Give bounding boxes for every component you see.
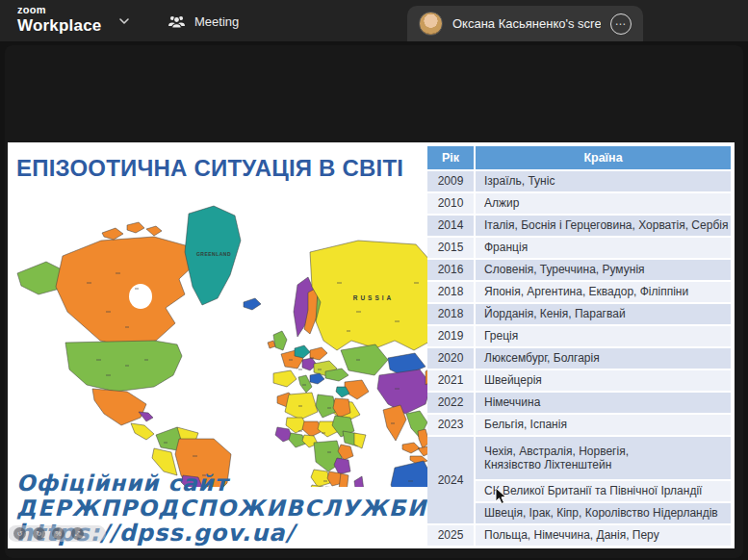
annotation-toolbar-overlay: ↺ ↻ % ⤢	[8, 525, 106, 542]
presentation-slide: ЕПІЗООТИЧНА СИТУАЦІЯ В СВІТІ GREENLAND	[8, 142, 735, 548]
year-cell: 2010	[427, 193, 474, 216]
mouse-cursor	[495, 487, 507, 505]
years-table: Рік Країна 2009Ізраїль, Туніс2010Алжир20…	[427, 146, 731, 547]
country-cell: Ізраїль, Туніс	[474, 171, 731, 193]
year-cell: 2025	[427, 525, 474, 547]
table-row: 2019Греція	[427, 326, 731, 348]
participant-avatar	[419, 12, 443, 36]
participants-icon	[168, 13, 186, 30]
map-label-greenland: GREENLAND	[196, 251, 231, 257]
table-body: 2009Ізраїль, Туніс2010Алжир2014Італія, Б…	[427, 171, 731, 547]
table-row: 2010Алжир	[427, 193, 731, 216]
year-cell: 2024	[427, 437, 474, 525]
country-cell: Словенія, Туреччина, Румунія	[474, 260, 731, 282]
overlay-redo-icon[interactable]: ↻	[33, 527, 45, 540]
year-cell: 2018	[427, 282, 474, 304]
table-row: 2015Франція	[427, 238, 731, 260]
more-options-icon[interactable]: …	[610, 13, 632, 35]
country-cell: Італія, Боснія і Герцеговина, Хорватія, …	[474, 216, 731, 238]
year-cell: 2019	[427, 326, 474, 348]
table-row: 2020Люксембург, Болгарія	[427, 348, 731, 370]
country-cell: Німеччина	[474, 393, 731, 415]
country-cell: Польща, Німеччина, Данія, Перу	[474, 525, 731, 547]
table-row: СК Великої Британії та Північної Ірланді…	[427, 481, 731, 503]
slide-title: ЕПІЗООТИЧНА СИТУАЦІЯ В СВІТІ	[16, 155, 430, 182]
shared-screen-tab-label: Оксана Касьяненко's screen	[452, 16, 601, 31]
country-cell: Швеція, Ірак, Кіпр, Королівство Нідерлан…	[474, 503, 731, 525]
table-row: 2021Швейцерія	[427, 370, 731, 393]
table-row: Швеція, Ірак, Кіпр, Королівство Нідерлан…	[427, 503, 731, 525]
table-row: 2014Італія, Боснія і Герцеговина, Хорват…	[427, 216, 731, 238]
year-cell: 2022	[427, 393, 474, 415]
country-cell: Греція	[474, 326, 731, 348]
country-cell: Алжир	[474, 193, 731, 216]
tab-shared-screen[interactable]: Оксана Касьяненко's screen …	[407, 6, 643, 41]
table-row: 2018Японія, Аргентина, Еквадор, Філіппін…	[427, 282, 731, 304]
overlay-zoom-icon[interactable]: %	[52, 527, 64, 540]
table-row: 2023Бельгія, Іспанія	[427, 415, 731, 437]
year-cell: 2023	[427, 415, 474, 437]
zoom-title-bar: zoom Workplace Meeting Оксана Касьяненко…	[0, 0, 748, 41]
chevron-down-icon[interactable]	[117, 15, 131, 27]
tab-meeting[interactable]: Meeting	[162, 8, 245, 35]
footer-line-2: ДЕРЖПРОДСПОЖИВСЛУЖБИ	[16, 496, 427, 521]
country-cell: Йорданія, Кенія, Парагвай	[474, 304, 731, 326]
country-cell: СК Великої Британії та Північної Ірланді…	[474, 481, 731, 503]
country-cell: Швейцерія	[474, 370, 731, 393]
country-cell: Японія, Аргентина, Еквадор, Філіппіни	[474, 282, 731, 304]
header-country: Країна	[474, 146, 731, 171]
country-cell: Франція	[474, 238, 731, 260]
table-row: 2025Польща, Німеччина, Данія, Перу	[427, 525, 731, 547]
year-cell: 2015	[427, 238, 474, 260]
header-year: Рік	[427, 146, 474, 171]
table-row: 2024Чехія, Австралія, Норвегія, Князівст…	[427, 437, 731, 481]
map-label-russia: RUSSIA	[353, 294, 395, 301]
workplace-logo-text: Workplace	[17, 17, 101, 34]
table-header-row: Рік Країна	[427, 146, 731, 171]
country-cell: Бельгія, Іспанія	[474, 415, 731, 437]
table-row: 2009Ізраїль, Туніс	[427, 171, 731, 193]
zoom-logo-text: zoom	[17, 5, 101, 15]
table-row: 2022Німеччина	[427, 393, 731, 415]
footer-line-1: Офіційний сайт	[16, 471, 427, 496]
table-row: 2016Словенія, Туреччина, Румунія	[427, 260, 731, 282]
year-cell: 2016	[427, 260, 474, 282]
year-cell: 2014	[427, 216, 474, 238]
country-cell: Чехія, Австралія, Норвегія, Князівство Л…	[474, 437, 731, 481]
overlay-expand-icon[interactable]: ⤢	[71, 527, 84, 540]
table-row: 2018Йорданія, Кенія, Парагвай	[427, 304, 731, 326]
zoom-workplace-logo[interactable]: zoom Workplace	[17, 5, 101, 34]
country-cell: Люксембург, Болгарія	[474, 348, 731, 370]
year-cell: 2021	[427, 370, 474, 393]
year-cell: 2018	[427, 304, 474, 326]
year-cell: 2009	[427, 171, 474, 193]
world-map: GREENLAND	[10, 196, 431, 487]
meeting-tab-label: Meeting	[194, 14, 239, 29]
year-cell: 2020	[427, 348, 474, 370]
overlay-undo-icon[interactable]: ↺	[13, 527, 26, 540]
world-map-graphic: GREENLAND	[10, 196, 431, 487]
